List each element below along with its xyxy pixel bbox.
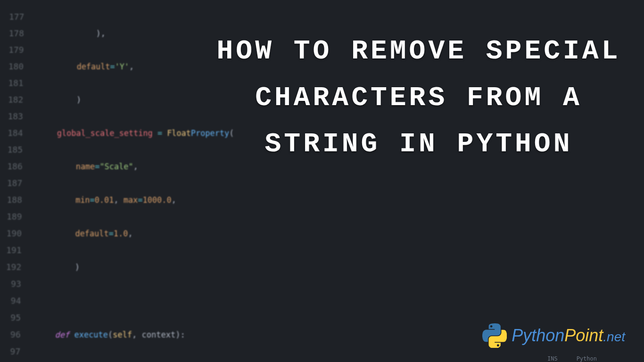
- python-logo-icon: [482, 323, 507, 348]
- code-line: min=0.01, max=1000.0,: [37, 192, 642, 209]
- line-number: 192: [1, 259, 27, 276]
- line-number: 182: [3, 91, 29, 108]
- line-number: 190: [1, 225, 27, 242]
- line-number: 95: [0, 309, 26, 326]
- line-number: 178: [4, 25, 30, 41]
- line-number: 189: [1, 208, 27, 225]
- line-number: 185: [2, 141, 28, 158]
- line-number: 187: [2, 175, 28, 192]
- article-title: HOW TO REMOVE SPECIAL CHARACTERS FROM A …: [212, 28, 625, 168]
- site-branding: PythonPoint.net: [482, 323, 625, 348]
- line-number: 96: [0, 326, 26, 343]
- line-number-gutter: 177 178 179 180 181 182 183 184 185 186 …: [0, 5, 30, 362]
- line-number: 186: [2, 158, 28, 175]
- line-number: 97: [0, 343, 26, 360]
- line-number: 181: [3, 75, 29, 91]
- brand-part-python: Python: [512, 326, 564, 345]
- line-number: 98: [0, 360, 26, 362]
- line-number: 184: [3, 125, 29, 141]
- line-number: 180: [3, 58, 29, 75]
- line-number: 183: [3, 108, 29, 124]
- line-number: 191: [1, 242, 27, 259]
- brand-name: PythonPoint.net: [512, 326, 625, 346]
- line-number: 93: [1, 276, 27, 293]
- line-number: 179: [4, 42, 30, 58]
- status-language: Python: [577, 355, 597, 362]
- status-mode: INS: [547, 355, 558, 362]
- code-line: [36, 292, 643, 309]
- line-number: 188: [2, 192, 28, 209]
- brand-part-net: .net: [603, 329, 625, 344]
- brand-part-point: Point: [564, 326, 603, 345]
- code-line: default=1.0,: [37, 225, 643, 242]
- editor-status-bar: INS Python: [547, 355, 597, 362]
- line-number: 177: [4, 8, 30, 25]
- line-number: 94: [0, 292, 26, 309]
- code-line: ): [36, 259, 643, 276]
